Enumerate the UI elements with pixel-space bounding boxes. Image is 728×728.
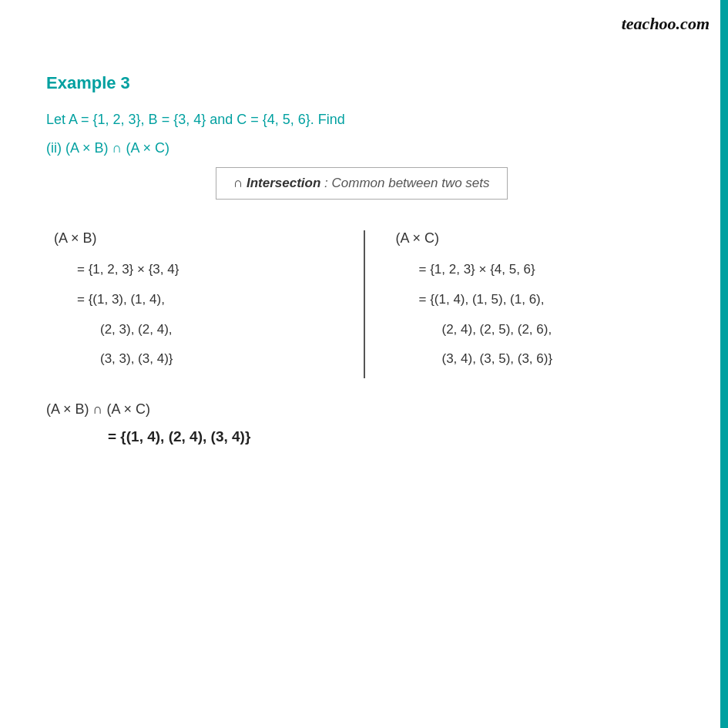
final-section: (A × B) ∩ (A × C) = {(1, 4), (2, 4), (3,… [46,401,689,445]
branding-text: teachoo.com [622,14,710,34]
intersection-symbol: ∩ [233,176,243,190]
right-line3: (2, 4), (2, 5), (2, 6), [396,319,690,341]
left-col-heading: (A × B) [54,230,348,247]
tooltip-bold-word: Intersection [247,176,320,190]
final-answer: = {(1, 4), (2, 4), (3, 4)} [46,428,689,445]
right-line1: = {1, 2, 3} × {4, 5, 6} [396,259,690,281]
example-heading: Example 3 [46,73,689,93]
left-column: (A × B) = {1, 2, 3} × {3, 4} = {(1, 3), … [46,230,365,379]
final-label: (A × B) ∩ (A × C) [46,401,689,418]
left-line3: (2, 3), (2, 4), [54,319,348,341]
left-line4: (3, 3), (3, 4)} [54,348,348,371]
problem-statement: Let A = {1, 2, 3}, B = {3, 4} and C = {4… [46,109,689,131]
math-columns: (A × B) = {1, 2, 3} × {3, 4} = {(1, 3), … [46,230,689,379]
left-line1: = {1, 2, 3} × {3, 4} [54,259,348,281]
right-line2: = {(1, 4), (1, 5), (1, 6), [396,289,690,311]
page: teachoo.com Example 3 Let A = {1, 2, 3},… [0,0,728,728]
tooltip-description: Common between two sets [332,176,490,190]
right-column: (A × C) = {1, 2, 3} × {4, 5, 6} = {(1, 4… [365,230,690,379]
part-label: (ii) (A × B) ∩ (A × C) [46,140,689,156]
tooltip-colon: : [324,176,331,190]
left-line2: = {(1, 3), (1, 4), [54,289,348,311]
right-line4: (3, 4), (3, 5), (3, 6)} [396,348,690,371]
right-col-heading: (A × C) [396,230,690,247]
intersection-tooltip: ∩ Intersection : Common between two sets [216,167,508,200]
